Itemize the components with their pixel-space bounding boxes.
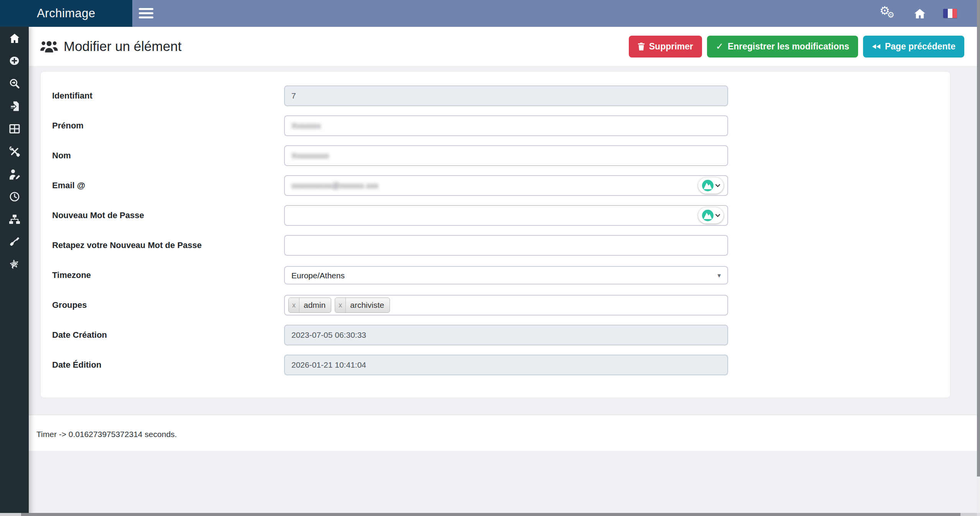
nordpass-autofill-button[interactable]: [698, 177, 723, 194]
scribble-icon: [9, 259, 20, 270]
french-flag-icon[interactable]: [943, 9, 957, 18]
remove-tag-button[interactable]: x: [335, 298, 346, 312]
sidebar-item-import[interactable]: [0, 95, 29, 117]
trash-icon: [638, 42, 645, 51]
previous-page-button[interactable]: Page précédente: [863, 36, 964, 58]
sidebar-item-clock[interactable]: [0, 185, 29, 208]
form-row-prenom: Prénom Xxxxxxx: [52, 115, 950, 136]
redacted-value: xxxxxxxxxx@xxxxxx.xxx: [291, 181, 378, 190]
edit-form-card: Identifiant Prénom Xxxxxxx Nom Xxxxxxxxx…: [40, 71, 950, 398]
nordpass-autofill-button[interactable]: [698, 207, 723, 223]
app-root: Archimage ⚙ ⚙: [0, 0, 980, 516]
home-icon[interactable]: [914, 8, 926, 19]
users-icon: [40, 40, 58, 53]
sidebar-item-screwdriver[interactable]: [0, 230, 29, 253]
sidebar-item-home[interactable]: [0, 27, 29, 49]
form-row-new-password: Nouveau Mot de Passe: [52, 205, 950, 226]
header-actions: Supprimer ✓ Enregistrer les modification…: [629, 36, 964, 58]
form-row-identifiant: Identifiant: [52, 85, 950, 106]
date-edition-field: [284, 355, 728, 375]
identifiant-field: [284, 85, 728, 106]
topbar: Archimage ⚙ ⚙: [0, 0, 980, 27]
topbar-icons: ⚙ ⚙: [880, 0, 957, 27]
search-arrow-icon: [9, 78, 20, 89]
page-title: Modifier un élément: [40, 39, 181, 54]
screwdriver-icon: [9, 236, 20, 248]
chevron-down-icon: [715, 184, 720, 187]
chevron-down-icon: [715, 214, 720, 217]
horizontal-scrollbar: [0, 513, 977, 516]
tools-icon: [9, 146, 20, 157]
brand-logo[interactable]: Archimage: [0, 0, 132, 27]
field-label: Date Édition: [52, 360, 284, 370]
field-label: Retapez votre Nouveau Mot de Passe: [52, 240, 284, 250]
prenom-field[interactable]: Xxxxxxx: [284, 115, 728, 136]
field-label: Nom: [52, 151, 284, 161]
sidebar: [0, 27, 29, 516]
new-password-field[interactable]: [284, 205, 728, 226]
circle-plus-icon: [8, 55, 20, 66]
tag-label: archiviste: [346, 298, 390, 312]
delete-button[interactable]: Supprimer: [629, 36, 702, 58]
settings-gears-icon[interactable]: ⚙ ⚙: [880, 6, 896, 21]
form-row-retype-password: Retapez votre Nouveau Mot de Passe: [52, 235, 950, 256]
sidebar-item-search[interactable]: [0, 72, 29, 95]
field-label: Prénom: [52, 121, 284, 131]
home-icon: [9, 33, 20, 44]
nordpass-icon: [702, 180, 714, 191]
form-row-date-edition: Date Édition: [52, 355, 950, 375]
timezone-select[interactable]: Europe/Athens: [284, 266, 728, 284]
scrollbar-corner: [977, 513, 980, 516]
remove-tag-button[interactable]: x: [289, 298, 299, 312]
sidebar-item-tools[interactable]: [0, 140, 29, 163]
user-edit-icon: [8, 168, 21, 180]
rewind-icon: [872, 44, 881, 49]
timer-text: Timer -> 0.016273975372314 seconds.: [36, 430, 177, 439]
page-header: Modifier un élément Supprimer ✓ Enregist…: [29, 27, 977, 66]
redacted-value: Xxxxxxx: [291, 121, 321, 130]
table-icon: [9, 123, 20, 134]
horizontal-scrollbar-thumb[interactable]: [21, 513, 960, 516]
save-button[interactable]: ✓ Enregistrer les modifications: [707, 36, 858, 58]
group-tag: x admin: [288, 297, 331, 313]
sitemap-icon: [8, 214, 21, 225]
menu-toggle-icon[interactable]: [139, 8, 153, 19]
sidebar-item-user-edit[interactable]: [0, 163, 29, 185]
field-label: Date Création: [52, 330, 284, 340]
file-import-icon: [9, 100, 20, 112]
date-creation-field: [284, 325, 728, 345]
sidebar-item-table[interactable]: [0, 117, 29, 140]
redacted-value: Xxxxxxxxx: [291, 151, 329, 160]
email-field[interactable]: xxxxxxxxxx@xxxxxx.xxx: [284, 175, 728, 196]
group-tag: x archiviste: [335, 297, 390, 313]
retype-password-field[interactable]: [284, 235, 728, 256]
field-label: Identifiant: [52, 91, 284, 101]
tag-label: admin: [299, 298, 331, 312]
field-label: Timezone: [52, 270, 284, 280]
groupes-multiselect[interactable]: x admin x archiviste: [284, 295, 728, 316]
vertical-scrollbar: [977, 0, 980, 513]
field-label: Nouveau Mot de Passe: [52, 210, 284, 220]
form-row-nom: Nom Xxxxxxxxx: [52, 145, 950, 166]
check-icon: ✓: [716, 41, 723, 52]
sidebar-item-scribble[interactable]: [0, 253, 29, 276]
field-label: Email @: [52, 181, 284, 191]
field-label: Groupes: [52, 300, 284, 310]
nom-field[interactable]: Xxxxxxxxx: [284, 145, 728, 166]
footer: Timer -> 0.016273975372314 seconds.: [29, 415, 977, 451]
form-row-groupes: Groupes x admin x archiviste: [52, 295, 950, 316]
clock-icon: [9, 191, 20, 202]
page-title-text: Modifier un élément: [64, 39, 181, 54]
form-row-date-creation: Date Création: [52, 325, 950, 345]
form-row-timezone: Timezone Europe/Athens ▼: [52, 265, 950, 286]
sidebar-item-sitemap[interactable]: [0, 208, 29, 230]
form-row-email: Email @ xxxxxxxxxx@xxxxxx.xxx: [52, 175, 950, 196]
content-area: Identifiant Prénom Xxxxxxx Nom Xxxxxxxxx…: [29, 66, 977, 415]
nordpass-icon: [702, 210, 714, 221]
sidebar-item-add[interactable]: [0, 49, 29, 72]
vertical-scrollbar-thumb[interactable]: [977, 0, 980, 477]
